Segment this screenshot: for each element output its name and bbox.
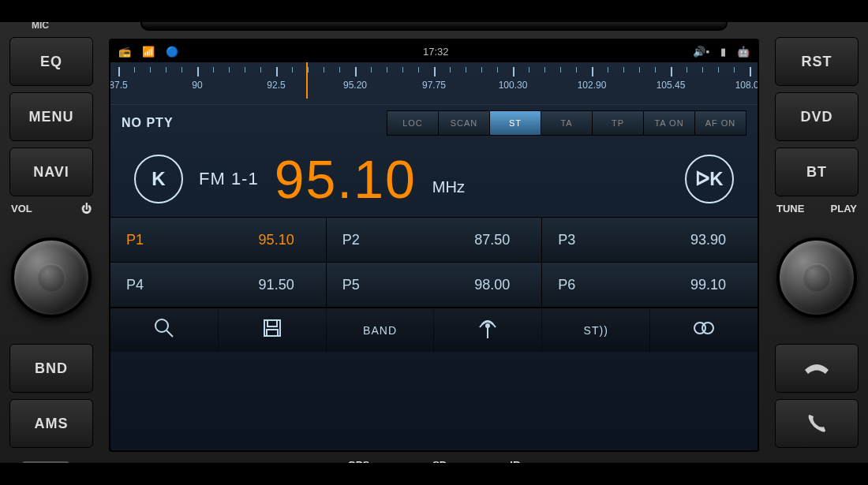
dial-tick-label: 95.20 [343,80,367,91]
android-icon: 🤖 [737,46,750,58]
right-bezel: RST DVD BT TUNEPLAY [765,0,868,485]
rst-button[interactable]: RST [775,37,859,86]
dial-tick-label: 97.75 [422,80,446,91]
search-button[interactable] [110,308,219,352]
phone-up-icon [805,412,829,435]
frequency-row: K FM 1-1 95.10 MHz ᐅK [110,141,758,217]
right-knob-labels: TUNEPLAY [765,203,868,215]
frequency-value: 95.10 [275,148,417,210]
navi-button[interactable]: NAVI [9,147,93,196]
dial-tick-label: 105.45 [657,80,686,91]
svg-point-8 [702,323,713,334]
android-status-bar[interactable]: 📻 📶 🔵 17:32 🔊▪ ▮ 🤖 [110,40,758,62]
ams-button[interactable]: AMS [9,399,93,448]
mode-scan-button[interactable]: SCAN [439,111,489,135]
band-button[interactable]: BAND [327,308,435,352]
bluetooth-icon: 🔵 [166,46,178,58]
preset-p6[interactable]: P699.10 [542,263,758,307]
dvd-button[interactable]: DVD [775,92,859,141]
preset-label: P5 [342,277,360,293]
antenna-icon [476,316,499,345]
menu-button[interactable]: MENU [9,92,93,141]
dial-tick-label: 102.90 [578,80,607,91]
dial-tick-label: 100.30 [499,80,528,91]
save-button[interactable] [219,308,327,352]
preset-label: P4 [126,277,144,293]
dial-tick-label: 87.5 [109,80,127,91]
left-bezel: MIC EQ MENU NAVI VOL⏻ BND AMS [0,0,103,485]
bnd-button[interactable]: BND [9,344,93,393]
bt-button[interactable]: BT [775,147,859,196]
preset-p2[interactable]: P287.50 [327,218,542,262]
volume-knob-wrap [0,215,103,341]
tuning-dial[interactable]: 87.59092.595.2097.75100.30102.90105.4510… [110,62,758,105]
left-knob-labels: VOL⏻ [0,203,103,215]
radio-app-icon: 📻 [118,46,131,58]
loop-button[interactable] [650,308,758,352]
svg-rect-3 [268,320,277,326]
preset-label: P6 [558,277,575,293]
phone-down-icon [803,360,831,376]
preset-label: P1 [126,232,144,248]
preset-value: 87.50 [474,232,510,248]
volume-knob[interactable] [11,237,92,318]
band-icon: BAND [363,324,397,337]
preset-value: 93.90 [690,232,726,248]
pty-label: NO PTY [122,116,174,130]
touchscreen: 📻 📶 🔵 17:32 🔊▪ ▮ 🤖 87.59092.595.2097.751… [109,39,759,452]
preset-p5[interactable]: P598.00 [327,263,542,307]
bottom-icon-bar: BANDST)) [110,308,758,352]
mode-row: NO PTY LOCSCANSTTATPTA ONAF ON [110,105,758,141]
preset-p3[interactable]: P393.90 [542,218,758,262]
search-icon [152,316,176,345]
stereo-button[interactable]: ST)) [542,308,650,352]
center-panel: 📻 📶 🔵 17:32 🔊▪ ▮ 🤖 87.59092.595.2097.751… [103,0,765,485]
phone-hangup-button[interactable] [775,344,859,393]
preset-value: 91.50 [259,277,294,293]
mode-af-on-button[interactable]: AF ON [695,111,746,135]
battery-icon: ▮ [720,46,726,58]
save-icon [260,316,284,345]
preset-value: 95.10 [259,232,294,248]
volume-icon: 🔊▪ [693,46,709,58]
mode-st-button[interactable]: ST [490,111,541,135]
mode-loc-button[interactable]: LOC [387,111,438,135]
preset-label: P3 [558,232,575,248]
dial-tick-label: 92.5 [267,80,285,91]
dial-tick-label: 90 [192,80,202,91]
svg-line-1 [166,330,173,337]
stereo-icon: ST)) [584,324,608,337]
mode-button-bar: LOCSCANSTTATPTA ONAF ON [387,110,746,136]
preset-label: P2 [342,232,360,248]
eq-button[interactable]: EQ [9,37,93,86]
preset-grid: P195.10P287.50P393.90P491.50P598.00P699.… [110,217,758,308]
preset-p4[interactable]: P491.50 [110,263,326,307]
frequency-unit: MHz [432,178,465,196]
mode-ta-on-button[interactable]: TA ON [644,111,694,135]
mode-tp-button[interactable]: TP [593,111,643,135]
clock: 17:32 [423,46,449,58]
dial-tick-label: 108.00 [735,80,759,91]
car-stereo-unit: MIC EQ MENU NAVI VOL⏻ BND AMS 📻 📶 🔵 17:3… [0,0,868,485]
tune-knob[interactable] [776,237,857,318]
svg-rect-4 [267,330,278,336]
tune-knob-wrap [765,215,868,341]
mode-ta-button[interactable]: TA [541,111,592,135]
prev-station-button[interactable]: K [134,155,183,203]
preset-value: 99.10 [690,277,726,293]
loop-icon [692,316,716,345]
preset-p1[interactable]: P195.10 [110,218,326,262]
dial-needle [306,62,308,99]
antenna-button[interactable] [434,308,542,352]
next-station-button[interactable]: ᐅK [685,155,734,203]
preset-value: 98.00 [474,277,510,293]
phone-answer-button[interactable] [775,399,859,448]
wifi-icon: 📶 [142,46,155,58]
svg-point-0 [155,319,168,332]
svg-point-6 [486,324,489,327]
band-label: FM 1-1 [199,169,259,189]
